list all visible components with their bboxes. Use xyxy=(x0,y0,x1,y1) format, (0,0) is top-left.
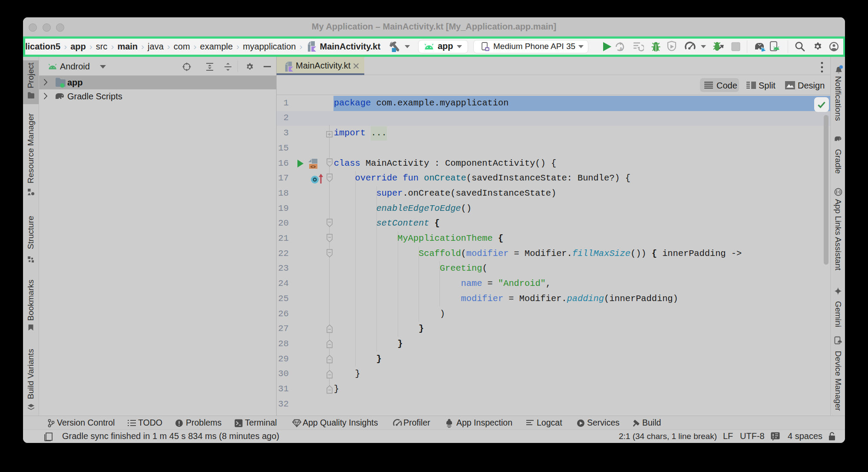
svg-text:<>: <> xyxy=(310,165,316,170)
svg-text:A: A xyxy=(619,46,623,52)
